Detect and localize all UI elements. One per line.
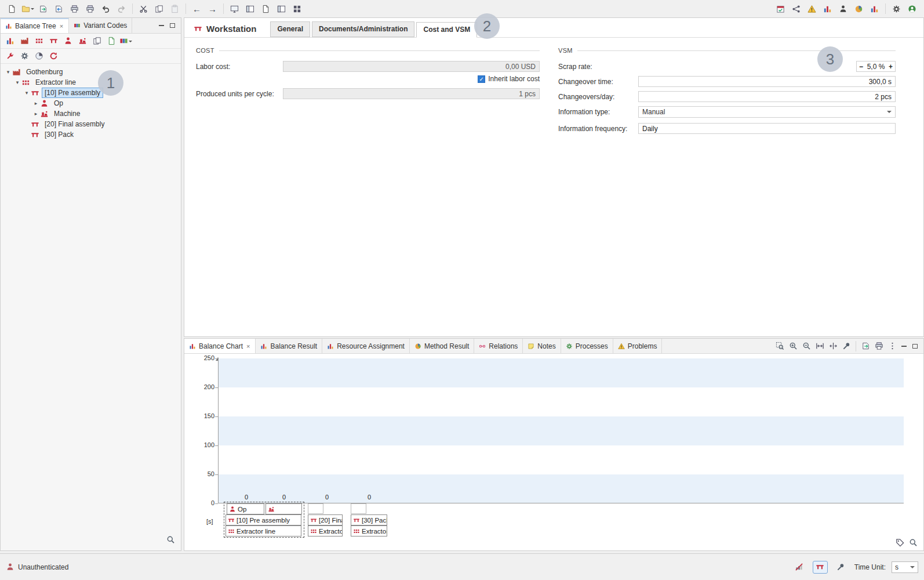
zoom-in-button[interactable] <box>787 340 799 353</box>
tree-item-20-final-assembly[interactable]: [20] Final assembly <box>1 119 181 129</box>
chart-workstation-30-box[interactable]: [30] Pack <box>351 514 387 525</box>
pie-chart-button[interactable] <box>852 2 866 16</box>
tab-relations[interactable]: Relations <box>474 339 523 353</box>
add-machine-button[interactable] <box>76 35 89 48</box>
new-document-button[interactable] <box>5 2 19 16</box>
maximize-icon[interactable] <box>912 344 918 349</box>
tab-variant-codes[interactable]: Variant Codes <box>69 18 132 33</box>
operator-analysis-button[interactable] <box>836 2 850 16</box>
minimize-icon[interactable] <box>901 346 907 347</box>
dock-layout-button[interactable] <box>243 2 257 16</box>
print-chart-button[interactable] <box>872 340 885 353</box>
tab-general[interactable]: General <box>270 21 310 37</box>
chevron-down-icon[interactable] <box>23 90 31 96</box>
add-workstation-button[interactable] <box>47 35 60 48</box>
tab-documents-administration[interactable]: Documents/Administration <box>312 21 414 37</box>
export-document-button[interactable] <box>36 2 50 16</box>
add-line-button[interactable] <box>32 35 45 48</box>
tree-item-30-pack[interactable]: [30] Pack <box>1 129 181 140</box>
tab-balance-chart[interactable]: Balance Chart <box>184 339 256 353</box>
tab-balance-result[interactable]: Balance Result <box>256 339 322 353</box>
open-button[interactable] <box>20 2 35 16</box>
time-distribution-button[interactable] <box>32 50 45 63</box>
labor-cost-input[interactable] <box>283 61 540 72</box>
tab-problems[interactable]: Problems <box>613 339 663 353</box>
close-icon[interactable] <box>59 23 64 30</box>
tree-item-extractor-line[interactable]: Extractor line <box>1 77 181 88</box>
workstation-view-toggle[interactable] <box>813 561 828 574</box>
pin-toggle[interactable] <box>834 561 849 574</box>
chart-line-20-box[interactable]: Extractor <box>308 525 343 536</box>
paste-button[interactable] <box>168 2 182 16</box>
chevron-down-icon[interactable] <box>13 79 21 85</box>
copy-button[interactable] <box>152 2 166 16</box>
export-chart-button[interactable] <box>859 340 872 353</box>
tab-processes[interactable]: Processes <box>561 339 613 353</box>
warning-button[interactable] <box>805 2 819 16</box>
minimize-icon[interactable] <box>159 25 164 26</box>
chart-line-30-box[interactable]: Extractor <box>351 525 387 536</box>
inherit-labor-cost-checkbox[interactable] <box>478 75 485 83</box>
decrement-button[interactable]: − <box>859 63 863 71</box>
changeovers-day-input[interactable] <box>638 91 896 102</box>
tag-icon[interactable] <box>896 538 904 547</box>
print-preview-button[interactable] <box>83 2 97 16</box>
settings-button[interactable] <box>889 2 904 16</box>
tree-settings-button[interactable] <box>18 50 31 63</box>
forward-button[interactable]: → <box>205 2 220 16</box>
back-button[interactable]: ← <box>190 2 204 16</box>
duplicate-node-button[interactable] <box>90 35 103 48</box>
offline-indicator-button[interactable] <box>792 561 807 574</box>
add-operator-button[interactable] <box>61 35 74 48</box>
time-unit-select[interactable]: s <box>892 561 918 573</box>
chart-workstation-20-box[interactable]: [20] Final <box>308 514 343 525</box>
fit-width-button[interactable] <box>813 340 826 353</box>
chevron-right-icon[interactable] <box>32 100 40 106</box>
chart-line-10-box[interactable]: Extractor line <box>225 525 301 536</box>
chart-workstation-10-box[interactable]: [10] Pre assembly <box>225 514 301 525</box>
refresh-button[interactable] <box>47 50 60 63</box>
document-button[interactable] <box>105 35 118 48</box>
search-icon[interactable] <box>909 538 918 547</box>
print-button[interactable] <box>67 2 82 16</box>
chart-machine-box[interactable] <box>265 503 302 514</box>
changeover-time-input[interactable] <box>638 76 896 87</box>
tools-button[interactable] <box>3 50 16 63</box>
cut-button[interactable] <box>136 2 151 16</box>
maximize-icon[interactable] <box>170 23 175 28</box>
share-button[interactable] <box>789 2 803 16</box>
chart-op-box[interactable]: Op <box>227 503 264 514</box>
redo-button[interactable] <box>114 2 129 16</box>
tree-item-10-pre-assembly[interactable]: [10] Pre assembly <box>1 88 181 98</box>
center-view-button[interactable] <box>827 340 839 353</box>
report-button[interactable] <box>259 2 273 16</box>
present-button[interactable] <box>227 2 242 16</box>
add-factory-button[interactable] <box>18 35 31 48</box>
bar-chart-button[interactable] <box>820 2 835 16</box>
account-button[interactable] <box>905 2 919 16</box>
tab-cost-and-vsm[interactable]: Cost and VSM <box>416 22 477 38</box>
import-document-button[interactable] <box>52 2 66 16</box>
chevron-down-icon[interactable] <box>4 69 12 75</box>
information-frequency-input[interactable] <box>638 123 896 134</box>
panel-layout-button[interactable] <box>274 2 289 16</box>
calendar-button[interactable] <box>773 2 788 16</box>
increment-button[interactable]: + <box>889 63 893 71</box>
tree-item-op[interactable]: Op <box>1 98 181 108</box>
close-icon[interactable] <box>246 343 250 350</box>
module-grid-button[interactable] <box>290 2 304 16</box>
statistics-button[interactable] <box>867 2 882 16</box>
information-type-select[interactable]: Manual <box>638 106 896 118</box>
tree-item-machine[interactable]: Machine <box>1 108 181 119</box>
pin-view-button[interactable] <box>840 340 853 353</box>
zoom-selection-button[interactable] <box>773 340 786 353</box>
chart-empty-slot[interactable] <box>308 503 323 514</box>
zoom-out-button[interactable] <box>800 340 813 353</box>
undo-button[interactable] <box>99 2 113 16</box>
tree-search-button[interactable] <box>166 535 175 546</box>
tab-notes[interactable]: Notes <box>523 339 561 353</box>
more-options-button[interactable] <box>886 340 898 353</box>
variant-colors-button[interactable] <box>119 35 132 48</box>
tab-resource-assignment[interactable]: Resource Assignment <box>322 339 410 353</box>
tab-balance-tree[interactable]: Balance Tree <box>1 18 69 33</box>
